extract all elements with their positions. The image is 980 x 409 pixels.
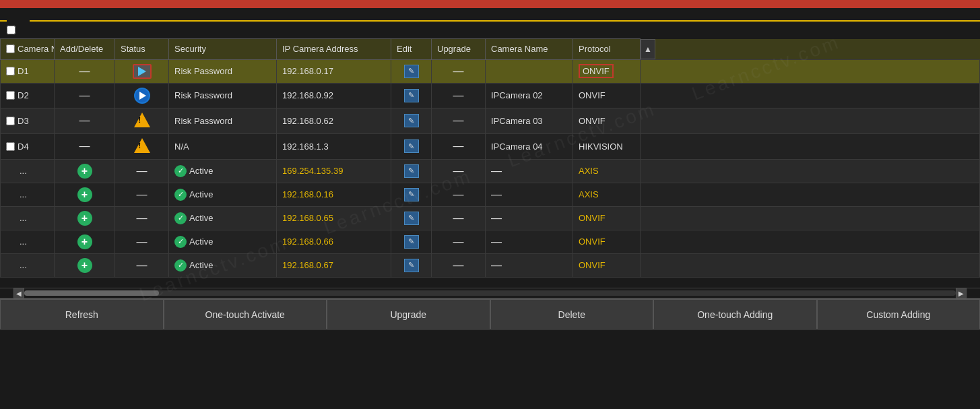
edit-icon[interactable]: ✎ bbox=[404, 188, 419, 201]
table-scroll-container: Camera No. Add/Delete Status Security IP… bbox=[0, 38, 980, 288]
col-header-no: Camera No. bbox=[1, 39, 55, 60]
protocol-label: AXIS bbox=[579, 189, 599, 199]
cell-add-delete[interactable]: + bbox=[55, 206, 115, 230]
active-check-icon: ✓ bbox=[174, 236, 187, 248]
table-row: ...+—✓ Active192.168.0.67✎——ONVIF bbox=[1, 253, 980, 277]
edit-icon[interactable]: ✎ bbox=[404, 235, 419, 249]
table-row: D3—Risk Password192.168.0.62✎—IPCamera 0… bbox=[1, 108, 980, 133]
col-header-upgrade: Upgrade bbox=[432, 39, 486, 60]
add-icon[interactable]: + bbox=[77, 211, 92, 226]
cell-edit[interactable]: ✎ bbox=[391, 253, 432, 277]
cell-camera-no: ... bbox=[1, 206, 55, 230]
cell-status bbox=[115, 83, 169, 108]
cell-scroll bbox=[641, 230, 980, 253]
cell-ip-address: 192.168.0.67 bbox=[277, 253, 391, 277]
cell-edit[interactable]: ✎ bbox=[391, 230, 432, 253]
dash: — bbox=[137, 189, 148, 200]
play-button[interactable] bbox=[133, 64, 152, 79]
tab-poe-configuration[interactable] bbox=[53, 12, 75, 20]
cell-add-delete: — bbox=[55, 108, 115, 133]
add-icon[interactable]: + bbox=[77, 234, 92, 249]
cell-ip-address: 169.254.135.39 bbox=[277, 159, 391, 183]
active-badge: ✓ Active bbox=[174, 259, 213, 272]
edit-icon[interactable]: ✎ bbox=[404, 114, 419, 127]
scroll-left-arrow[interactable]: ◀ bbox=[13, 288, 24, 298]
cell-status: — bbox=[115, 230, 169, 253]
cell-scroll bbox=[641, 108, 980, 133]
cell-edit[interactable]: ✎ bbox=[391, 59, 432, 83]
row-checkbox[interactable] bbox=[6, 91, 15, 100]
active-check-icon: ✓ bbox=[174, 259, 187, 272]
ip-address-link: 192.168.0.16 bbox=[282, 189, 333, 199]
col-header-add: Add/Delete bbox=[55, 39, 115, 60]
protocol-label: ONVIF bbox=[579, 237, 606, 247]
cell-edit[interactable]: ✎ bbox=[391, 183, 432, 206]
dash: — bbox=[491, 236, 502, 247]
table-row: D1—Risk Password192.168.0.17✎—ONVIF bbox=[1, 59, 980, 83]
cell-add-delete: — bbox=[55, 133, 115, 159]
row-checkbox[interactable] bbox=[6, 117, 15, 125]
tab-ip-camera[interactable] bbox=[7, 13, 30, 22]
one-touch-adding-button[interactable]: One-touch Adding bbox=[653, 299, 817, 329]
active-badge: ✓ Active bbox=[174, 189, 213, 201]
edit-icon[interactable]: ✎ bbox=[404, 164, 419, 178]
select-all-checkbox[interactable] bbox=[6, 44, 15, 53]
add-icon[interactable]: + bbox=[77, 164, 92, 179]
cell-add-delete[interactable]: + bbox=[55, 230, 115, 253]
custom-adding-button[interactable]: Custom Adding bbox=[817, 299, 981, 329]
toolbar bbox=[0, 22, 980, 38]
cell-add-delete[interactable]: + bbox=[55, 253, 115, 277]
cell-edit[interactable]: ✎ bbox=[391, 133, 432, 159]
scrollbar-track[interactable] bbox=[24, 290, 956, 296]
cell-edit[interactable]: ✎ bbox=[391, 159, 432, 183]
cell-ip-address: 192.168.1.3 bbox=[277, 133, 391, 159]
cell-edit[interactable]: ✎ bbox=[391, 206, 432, 230]
edit-icon[interactable]: ✎ bbox=[404, 212, 419, 225]
scroll-right-arrow[interactable]: ▶ bbox=[956, 288, 967, 298]
add-icon[interactable]: + bbox=[77, 258, 92, 273]
add-icon[interactable]: + bbox=[77, 187, 92, 202]
dash: — bbox=[453, 165, 464, 177]
edit-icon[interactable]: ✎ bbox=[404, 65, 419, 78]
cell-upgrade: — bbox=[432, 159, 486, 183]
table-row: D2—Risk Password192.168.0.92✎—IPCamera 0… bbox=[1, 83, 980, 108]
cell-scroll bbox=[641, 159, 980, 183]
cell-edit[interactable]: ✎ bbox=[391, 108, 432, 133]
dash: — bbox=[79, 65, 90, 77]
scrollbar-thumb[interactable] bbox=[24, 290, 159, 296]
ip-address-link: 192.168.0.66 bbox=[282, 237, 333, 247]
delete-button[interactable]: Delete bbox=[490, 299, 654, 329]
show-password-checkbox[interactable] bbox=[7, 26, 15, 34]
upgrade-button[interactable]: Upgrade bbox=[327, 299, 490, 329]
edit-icon[interactable]: ✎ bbox=[404, 259, 419, 272]
bottom-buttons: Refresh One-touch Activate Upgrade Delet… bbox=[0, 298, 980, 329]
protocol-label: HIKVISION bbox=[579, 141, 623, 152]
cell-add-delete[interactable]: + bbox=[55, 183, 115, 206]
horizontal-scrollbar[interactable]: ◀ ▶ bbox=[0, 288, 980, 298]
show-password-label[interactable] bbox=[7, 26, 19, 34]
col-header-scroll-up[interactable]: ▲ bbox=[641, 39, 655, 59]
one-touch-activate-button[interactable]: One-touch Activate bbox=[164, 299, 327, 329]
cell-edit[interactable]: ✎ bbox=[391, 83, 432, 108]
protocol-label: ONVIF bbox=[579, 213, 606, 223]
cell-upgrade: — bbox=[432, 59, 486, 83]
play-button-blue[interactable] bbox=[134, 88, 150, 104]
warning-icon bbox=[134, 113, 150, 127]
dash: — bbox=[491, 259, 502, 271]
active-check-icon: ✓ bbox=[174, 212, 187, 224]
cell-protocol: ONVIF bbox=[573, 230, 641, 253]
dash: — bbox=[491, 212, 502, 224]
title-bar bbox=[0, 0, 980, 8]
table-row: D4—N/A192.168.1.3✎—IPCamera 04HIKVISION bbox=[1, 133, 980, 159]
cell-camera-no: D1 bbox=[1, 59, 55, 83]
cell-protocol: AXIS bbox=[573, 159, 641, 183]
edit-icon[interactable]: ✎ bbox=[404, 89, 419, 102]
dash: — bbox=[79, 115, 90, 126]
row-checkbox[interactable] bbox=[6, 142, 15, 151]
cell-add-delete[interactable]: + bbox=[55, 159, 115, 183]
tab-ip-camera-import-export[interactable] bbox=[30, 12, 53, 20]
refresh-button[interactable]: Refresh bbox=[0, 299, 164, 329]
dash: — bbox=[491, 165, 502, 177]
edit-icon[interactable]: ✎ bbox=[404, 139, 419, 153]
row-checkbox[interactable] bbox=[6, 67, 15, 75]
